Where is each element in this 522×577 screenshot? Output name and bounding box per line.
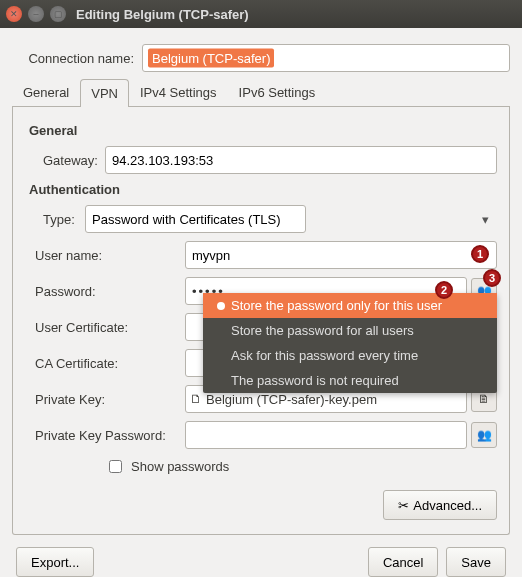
connection-name-value: Belgium (TCP-safer) [148,49,274,68]
tab-general[interactable]: General [12,78,80,106]
advanced-icon: ✂ [398,498,409,513]
section-general: General [29,123,497,138]
username-label: User name: [25,248,185,263]
save-button[interactable]: Save [446,547,506,577]
advanced-button[interactable]: ✂ Advanced... [383,490,497,520]
gateway-label: Gateway: [25,153,105,168]
usercert-label: User Certificate: [25,320,185,335]
privkey-filename: Belgium (TCP-safer)-key.pem [206,392,377,407]
show-passwords-label: Show passwords [131,459,229,474]
privkeypw-storage-icon[interactable]: 👥 [471,422,497,448]
menu-item-ask[interactable]: Ask for this password every time [203,343,497,368]
cancel-button[interactable]: Cancel [368,547,438,577]
file-icon: 🗋 [190,392,202,406]
export-button[interactable]: Export... [16,547,94,577]
privkeypw-input[interactable] [185,421,467,449]
menu-item-label: Ask for this password every time [231,348,418,363]
badge-1: 1 [471,245,489,263]
menu-item-store-user[interactable]: Store the password only for this user [203,293,497,318]
tab-ipv4[interactable]: IPv4 Settings [129,78,228,106]
radio-selected-icon [217,302,225,310]
menu-item-store-all[interactable]: Store the password for all users [203,318,497,343]
menu-item-label: Store the password for all users [231,323,414,338]
gateway-input[interactable] [105,146,497,174]
password-storage-menu: Store the password only for this user St… [203,293,497,393]
badge-2: 2 [435,281,453,299]
tab-vpn[interactable]: VPN [80,79,129,107]
type-select[interactable]: Password with Certificates (TLS) [85,205,306,233]
type-label: Type: [25,212,85,227]
tab-bar: General VPN IPv4 Settings IPv6 Settings [12,78,510,107]
cacert-label: CA Certificate: [25,356,185,371]
password-label: Password: [25,284,185,299]
privkey-label: Private Key: [25,392,185,407]
titlebar: ✕ – ▢ Editing Belgium (TCP-safer) [0,0,522,28]
tab-panel-vpn: General Gateway: Authentication Type: Pa… [12,107,510,535]
minimize-icon[interactable]: – [28,6,44,22]
show-passwords-checkbox[interactable] [109,460,122,473]
badge-3: 3 [483,269,501,287]
tab-ipv6[interactable]: IPv6 Settings [228,78,327,106]
menu-item-label: Store the password only for this user [231,298,442,313]
section-auth: Authentication [29,182,497,197]
privkeypw-label: Private Key Password: [25,428,185,443]
menu-item-not-required[interactable]: The password is not required [203,368,497,393]
username-input[interactable] [185,241,497,269]
maximize-icon[interactable]: ▢ [50,6,66,22]
window-title: Editing Belgium (TCP-safer) [76,7,249,22]
connection-name-label: Connection name: [12,51,142,66]
menu-item-label: The password is not required [231,373,399,388]
close-icon[interactable]: ✕ [6,6,22,22]
advanced-label: Advanced... [413,498,482,513]
